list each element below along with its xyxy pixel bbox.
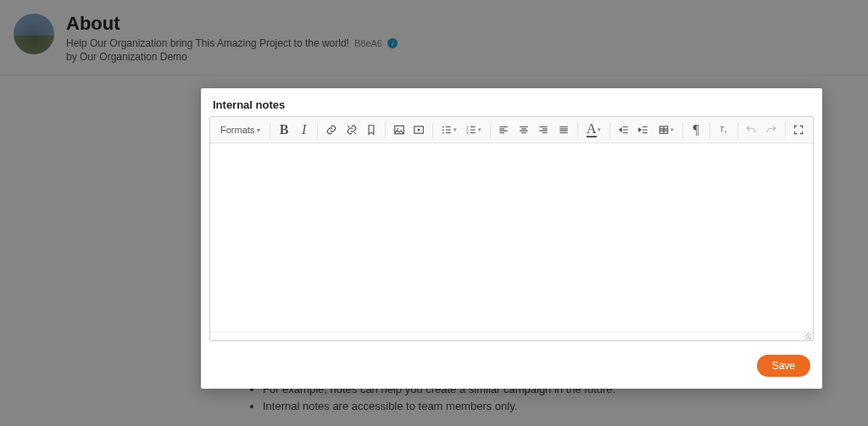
toolbar-separator	[432, 122, 433, 137]
internal-notes-modal: Internal notes Formats ▾ B I	[201, 88, 822, 389]
toolbar-separator	[385, 122, 386, 137]
bullet-list-button[interactable]: ▾	[437, 121, 460, 139]
toolbar-separator	[785, 122, 786, 137]
align-center-icon	[518, 124, 530, 136]
align-justify-icon	[558, 124, 570, 136]
formats-dropdown[interactable]: Formats ▾	[215, 123, 265, 137]
editor-toolbar: Formats ▾ B I	[210, 117, 813, 143]
save-button[interactable]: Save	[757, 355, 810, 377]
align-right-button[interactable]	[535, 121, 554, 139]
toolbar-separator	[490, 122, 491, 137]
chevron-down-icon: ▾	[670, 126, 674, 133]
numbered-list-icon: 123	[465, 124, 477, 136]
modal-title: Internal notes	[201, 88, 822, 116]
redo-button[interactable]	[762, 121, 781, 139]
svg-text:3: 3	[467, 131, 470, 135]
bookmark-icon	[365, 124, 377, 136]
align-center-button[interactable]	[515, 121, 533, 139]
table-icon	[658, 124, 670, 136]
align-left-icon	[498, 124, 509, 136]
numbered-list-button[interactable]: 123 ▾	[462, 121, 485, 139]
toolbar-separator	[682, 122, 683, 137]
indent-icon	[637, 124, 649, 136]
fullscreen-button[interactable]	[790, 121, 809, 139]
chevron-down-icon: ▾	[598, 126, 601, 133]
image-icon	[393, 124, 405, 136]
text-color-icon: A	[587, 122, 597, 137]
bold-button[interactable]: B	[275, 121, 293, 139]
indent-button[interactable]	[635, 121, 654, 139]
outdent-icon	[618, 124, 630, 136]
svg-point-5	[442, 132, 444, 134]
media-button[interactable]	[409, 121, 428, 139]
svg-point-3	[442, 126, 444, 128]
toolbar-separator	[577, 122, 578, 137]
resize-handle[interactable]	[210, 332, 813, 340]
toolbar-separator	[270, 122, 270, 137]
toolbar-separator	[609, 122, 610, 137]
redo-icon	[765, 124, 777, 136]
rich-text-editor: Formats ▾ B I	[209, 116, 814, 341]
chevron-down-icon: ▾	[257, 126, 260, 134]
chevron-down-icon: ▾	[453, 126, 457, 133]
svg-point-1	[397, 128, 398, 130]
paragraph-button[interactable]: ¶	[687, 121, 705, 139]
toolbar-separator	[737, 122, 738, 137]
align-left-button[interactable]	[495, 121, 514, 139]
svg-point-4	[442, 129, 444, 131]
unlink-icon	[346, 124, 358, 136]
toolbar-separator	[317, 122, 318, 137]
undo-icon	[745, 124, 757, 136]
align-justify-button[interactable]	[554, 121, 573, 139]
clear-format-icon: T×	[718, 124, 730, 136]
link-button[interactable]	[322, 121, 341, 139]
unlink-button[interactable]	[342, 121, 361, 139]
text-color-button[interactable]: A ▾	[582, 121, 605, 139]
formats-label: Formats	[220, 125, 254, 135]
editor-textarea[interactable]	[210, 143, 813, 332]
italic-button[interactable]: I	[295, 121, 314, 139]
image-button[interactable]	[390, 121, 409, 139]
fullscreen-icon	[793, 124, 804, 136]
table-button[interactable]: ▾	[654, 121, 677, 139]
chevron-down-icon: ▾	[478, 126, 481, 133]
toolbar-separator	[709, 122, 710, 137]
resize-grip-icon	[804, 333, 811, 339]
align-right-icon	[537, 124, 549, 136]
svg-text:×: ×	[724, 130, 726, 134]
bullet-list-icon	[441, 124, 453, 136]
undo-button[interactable]	[742, 121, 760, 139]
modal-footer: Save	[201, 341, 822, 377]
media-icon	[413, 124, 425, 136]
outdent-button[interactable]	[615, 121, 633, 139]
anchor-button[interactable]	[362, 121, 381, 139]
link-icon	[326, 124, 337, 136]
clear-formatting-button[interactable]: T×	[715, 121, 733, 139]
